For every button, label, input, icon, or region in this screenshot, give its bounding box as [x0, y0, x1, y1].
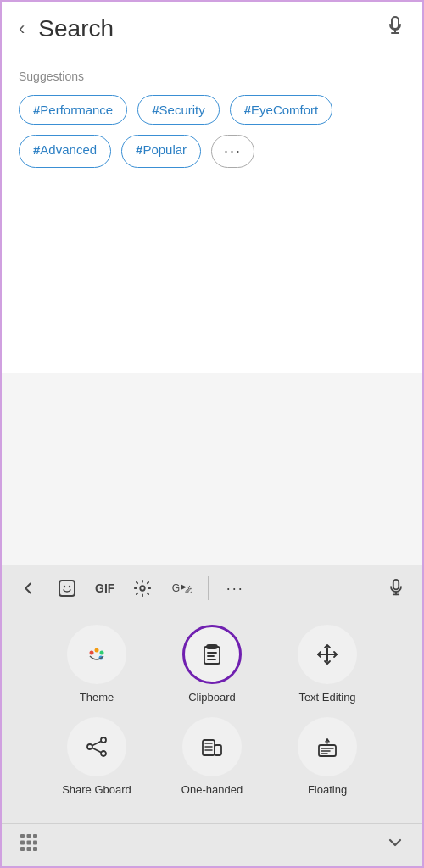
- svg-rect-40: [33, 834, 37, 838]
- key-theme[interactable]: Theme: [46, 625, 148, 704]
- svg-point-23: [101, 737, 106, 743]
- svg-rect-17: [204, 647, 220, 664]
- svg-rect-39: [27, 834, 31, 838]
- search-header: ‹ Search: [2, 2, 422, 56]
- key-one-handed[interactable]: One-handed: [161, 717, 263, 796]
- svg-point-11: [86, 644, 107, 665]
- floating-label: Floating: [308, 783, 347, 796]
- toolbar-mic-button[interactable]: [380, 572, 412, 604]
- svg-point-4: [69, 586, 70, 587]
- keyboard-toolbar: GIF G ▶ あ ···: [2, 565, 422, 611]
- one-handed-icon-circle: [182, 717, 242, 776]
- svg-point-24: [87, 744, 92, 749]
- toolbar-back-button[interactable]: [12, 572, 44, 604]
- page-title: Search: [38, 15, 385, 42]
- svg-point-5: [141, 586, 146, 591]
- share-icon-circle: [67, 717, 126, 776]
- keyboard-grid: Theme Clipboard: [2, 611, 422, 823]
- clipboard-label: Clipboard: [188, 691, 236, 704]
- toolbar-translate-button[interactable]: G ▶ あ: [165, 572, 198, 604]
- chip-eyecomfort[interactable]: #EyeComfort: [230, 95, 333, 125]
- svg-rect-38: [20, 834, 25, 838]
- svg-rect-44: [20, 847, 25, 851]
- theme-icon-circle: [67, 625, 126, 684]
- bottom-bar: [2, 823, 422, 866]
- chip-advanced[interactable]: #Advanced: [19, 135, 111, 168]
- content-spacer: [2, 373, 422, 565]
- svg-line-27: [92, 748, 101, 753]
- toolbar-emoji-button[interactable]: [51, 572, 83, 604]
- one-handed-label: One-handed: [181, 783, 243, 796]
- svg-point-3: [64, 586, 65, 587]
- suggestions-grid: #Performance #Security #EyeComfort #Adva…: [19, 95, 405, 168]
- back-button[interactable]: ‹: [19, 18, 25, 40]
- key-text-editing[interactable]: Text Editing: [276, 625, 378, 704]
- svg-point-12: [90, 651, 94, 655]
- share-gboard-label: Share Gboard: [62, 783, 131, 796]
- svg-rect-43: [33, 841, 37, 845]
- svg-text:G: G: [172, 582, 180, 594]
- svg-line-26: [92, 742, 101, 746]
- toolbar-settings-button[interactable]: [126, 572, 159, 604]
- more-dots-label: ···: [226, 580, 244, 598]
- theme-label: Theme: [80, 691, 114, 704]
- svg-point-14: [100, 651, 104, 655]
- more-chips-button[interactable]: ···: [211, 135, 254, 168]
- toolbar-gif-button[interactable]: GIF: [90, 578, 120, 598]
- key-share-gboard[interactable]: Share Gboard: [46, 717, 148, 796]
- mic-icon[interactable]: [385, 16, 405, 42]
- text-editing-icon-circle: [298, 625, 357, 684]
- svg-rect-46: [33, 847, 37, 851]
- chip-security[interactable]: #Security: [137, 95, 220, 125]
- svg-rect-28: [203, 740, 215, 755]
- grid-icon[interactable]: [19, 832, 39, 858]
- svg-point-25: [101, 751, 106, 756]
- svg-rect-41: [20, 841, 25, 845]
- svg-point-13: [95, 648, 99, 653]
- svg-rect-2: [59, 581, 75, 596]
- chevron-down-icon[interactable]: [385, 832, 405, 858]
- keyboard-row-1: Theme Clipboard: [19, 625, 405, 704]
- key-clipboard[interactable]: Clipboard: [161, 625, 263, 704]
- suggestions-label: Suggestions: [19, 70, 405, 83]
- key-floating[interactable]: Floating: [276, 717, 378, 796]
- text-editing-label: Text Editing: [298, 691, 355, 704]
- svg-rect-29: [215, 745, 221, 755]
- svg-rect-42: [27, 841, 31, 845]
- chip-performance[interactable]: #Performance: [19, 95, 127, 125]
- suggestions-section: Suggestions #Performance #Security #EyeC…: [2, 56, 422, 373]
- toolbar-divider: [208, 576, 209, 600]
- chip-popular[interactable]: #Popular: [121, 135, 201, 168]
- toolbar-more-button[interactable]: ···: [219, 572, 251, 604]
- keyboard-row-2: Share Gboard One-handed: [19, 717, 405, 796]
- clipboard-icon-circle: [182, 625, 242, 684]
- svg-rect-45: [27, 847, 31, 851]
- svg-text:あ: あ: [186, 584, 193, 593]
- floating-icon-circle: [298, 717, 357, 776]
